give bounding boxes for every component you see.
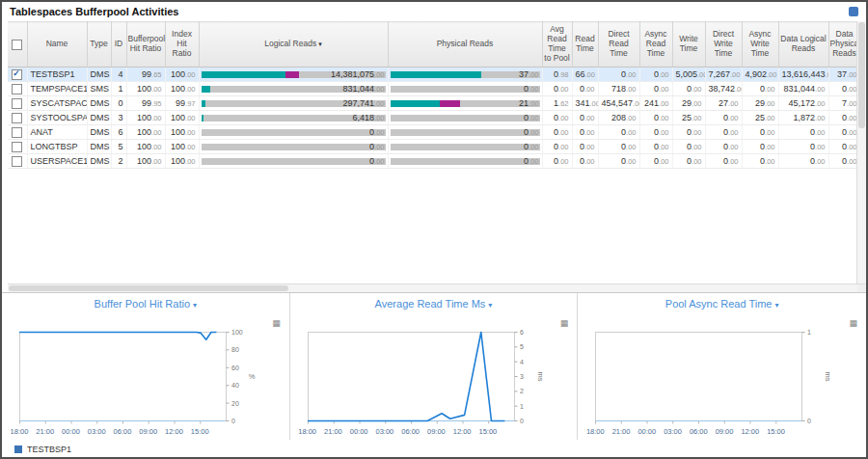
cell-async-read-time: 0.00 bbox=[639, 68, 672, 82]
column-header-data-logical-reads[interactable]: Data Logical Reads bbox=[778, 22, 828, 68]
vertical-scrollbar[interactable] bbox=[856, 21, 866, 284]
cell-id: 1 bbox=[111, 82, 126, 96]
row-checkbox[interactable] bbox=[12, 156, 22, 167]
column-header-index-hit-ratio[interactable]: Index Hit Ratio bbox=[165, 22, 199, 68]
column-header-type[interactable]: Type bbox=[87, 22, 111, 68]
x-tick-label: 06:00 bbox=[114, 427, 132, 436]
column-header-bufferpool-hit-ratio[interactable]: Bufferpool Hit Ratio bbox=[126, 22, 165, 68]
cell-direct-read-time: 0.00 bbox=[598, 125, 639, 140]
cell-data-logical-reads: 1,872.00 bbox=[778, 111, 828, 125]
horizontal-scrollbar-thumb[interactable] bbox=[9, 285, 288, 291]
cell-read-time: 0.00 bbox=[572, 140, 598, 154]
table-view-icon[interactable]: ▦ bbox=[560, 319, 569, 328]
chart-metric-selector-pool-async-read-time[interactable]: Pool Async Read Time▾ bbox=[578, 298, 866, 310]
bar-segment-teal bbox=[202, 115, 203, 122]
cell-type: DMS bbox=[87, 96, 111, 111]
column-header-label: Physical Reads bbox=[437, 39, 494, 48]
select-all-checkbox[interactable] bbox=[12, 40, 22, 50]
chart-metric-selector-buffer-pool-hit-ratio[interactable]: Buffer Pool Hit Ratio▾ bbox=[2, 298, 289, 310]
cell-index-hit-ratio: 100.00 bbox=[165, 111, 199, 125]
column-header-data-physical-reads[interactable]: Data Physical Reads bbox=[828, 22, 856, 68]
svg-text:60: 60 bbox=[231, 364, 239, 371]
x-tick-label: 03:00 bbox=[376, 427, 394, 436]
bar-track bbox=[391, 115, 540, 122]
table-row-testbsp1[interactable]: TESTBSP1DMS499.65100.0014,381,075.0037.0… bbox=[8, 68, 856, 82]
vertical-scrollbar-thumb[interactable] bbox=[858, 22, 865, 128]
table-row-longtbsp[interactable]: LONGTBSPDMS5100.00100.000.000.000.000.00… bbox=[8, 140, 856, 154]
table-view-icon[interactable]: ▦ bbox=[849, 319, 857, 328]
cell-index-hit-ratio: 100.00 bbox=[165, 140, 199, 154]
cell-select[interactable] bbox=[8, 154, 27, 169]
horizontal-scrollbar[interactable] bbox=[8, 284, 857, 292]
cell-select[interactable] bbox=[8, 68, 27, 82]
svg-text:2: 2 bbox=[520, 388, 524, 394]
table-row-userspace1[interactable]: USERSPACE1DMS2100.00100.000.000.000.000.… bbox=[8, 154, 856, 169]
cell-data-logical-reads: 0.00 bbox=[778, 154, 828, 169]
chart-title: Average Read Time Ms bbox=[375, 298, 486, 310]
cell-select[interactable] bbox=[8, 96, 27, 111]
legend-label: TESTBSP1 bbox=[27, 445, 71, 454]
table-header-row: NameTypeIDBufferpool Hit RatioIndex Hit … bbox=[8, 22, 856, 68]
column-header-direct-write-time[interactable]: Direct Write Time bbox=[705, 22, 742, 68]
cell-direct-write-time: 27.00 bbox=[705, 96, 742, 111]
cell-name: TEMPSPACE1 bbox=[27, 82, 87, 96]
row-checkbox[interactable] bbox=[12, 69, 22, 80]
table-row-syscatspace[interactable]: SYSCATSPACEDMS099.9599.97297,741.0021.00… bbox=[8, 96, 856, 111]
select-all-header[interactable] bbox=[8, 22, 27, 68]
cell-select[interactable] bbox=[8, 82, 27, 96]
column-header-async-read-time[interactable]: Async Read Time bbox=[639, 22, 672, 68]
row-checkbox[interactable] bbox=[12, 113, 22, 123]
maximize-icon[interactable] bbox=[849, 7, 858, 16]
cell-avg-read-time-to-pool: 1.62 bbox=[542, 96, 572, 111]
column-header-avg-read-time-to-pool[interactable]: Avg Read Time to Pool bbox=[542, 22, 572, 68]
x-tick-label: 00:00 bbox=[350, 427, 368, 436]
cell-physical-reads: 37.00 bbox=[388, 68, 542, 82]
cell-select[interactable] bbox=[8, 140, 27, 154]
svg-text:0: 0 bbox=[807, 418, 811, 424]
svg-text:ms: ms bbox=[824, 372, 832, 382]
column-header-label: Avg Read Time to Pool bbox=[544, 24, 569, 62]
cell-id: 4 bbox=[111, 68, 126, 82]
x-tick-label: 15:00 bbox=[479, 427, 498, 436]
bar-track bbox=[391, 144, 540, 150]
column-header-read-time[interactable]: Read Time bbox=[572, 22, 598, 68]
column-header-direct-read-time[interactable]: Direct Read Time bbox=[598, 22, 639, 68]
cell-bufferpool-hit-ratio: 100.00 bbox=[126, 125, 165, 140]
column-header-async-write-time[interactable]: Async Write Time bbox=[742, 22, 778, 68]
column-header-label: Bufferpool Hit Ratio bbox=[128, 34, 166, 53]
cell-name: SYSTOOLSPACE bbox=[27, 111, 87, 125]
row-checkbox[interactable] bbox=[12, 142, 22, 152]
cell-avg-read-time-to-pool: 0.00 bbox=[542, 82, 572, 96]
column-header-write-time[interactable]: Write Time bbox=[672, 22, 705, 68]
table-row-tempspace1[interactable]: TEMPSPACE1SMS1100.00100.00831,044.000.00… bbox=[8, 82, 856, 96]
chart-metric-selector-average-read-time-ms[interactable]: Average Read Time Ms▾ bbox=[290, 298, 578, 310]
cell-direct-write-time: 38,742.00 bbox=[705, 82, 742, 96]
cell-avg-read-time-to-pool: 0.00 bbox=[542, 154, 572, 169]
cell-type: DMS bbox=[87, 68, 111, 82]
column-header-logical-reads[interactable]: Logical Reads▾ bbox=[199, 22, 388, 68]
x-tick-label: 06:00 bbox=[401, 427, 420, 436]
bar-value: 37.00 bbox=[519, 68, 538, 82]
column-header-physical-reads[interactable]: Physical Reads bbox=[388, 22, 542, 68]
titlebar: Tablespaces Bufferpool Activities bbox=[2, 2, 866, 21]
svg-text:0: 0 bbox=[520, 418, 524, 424]
row-checkbox[interactable] bbox=[12, 127, 22, 138]
svg-text:3: 3 bbox=[520, 373, 524, 380]
svg-text:20: 20 bbox=[231, 400, 239, 407]
column-header-name[interactable]: Name bbox=[27, 22, 87, 68]
row-checkbox[interactable] bbox=[12, 98, 22, 109]
hscroll-row bbox=[2, 284, 866, 292]
column-header-id[interactable]: ID bbox=[111, 22, 126, 68]
row-checkbox[interactable] bbox=[12, 84, 22, 94]
chart-legend: TESTBSP1 bbox=[2, 440, 866, 458]
table-view-icon[interactable]: ▦ bbox=[272, 319, 281, 328]
cell-select[interactable] bbox=[8, 125, 27, 140]
cell-read-time: 0.00 bbox=[572, 125, 598, 140]
cell-direct-read-time: 718.00 bbox=[598, 82, 639, 96]
table-row-systoolspace[interactable]: SYSTOOLSPACEDMS3100.00100.006,418.000.00… bbox=[8, 111, 856, 125]
cell-select[interactable] bbox=[8, 111, 27, 125]
cell-direct-write-time: 0.00 bbox=[705, 111, 742, 125]
svg-text:5: 5 bbox=[520, 343, 524, 350]
bar-track bbox=[391, 86, 540, 93]
table-row-anat[interactable]: ANATDMS6100.00100.000.000.000.000.000.00… bbox=[8, 125, 856, 140]
